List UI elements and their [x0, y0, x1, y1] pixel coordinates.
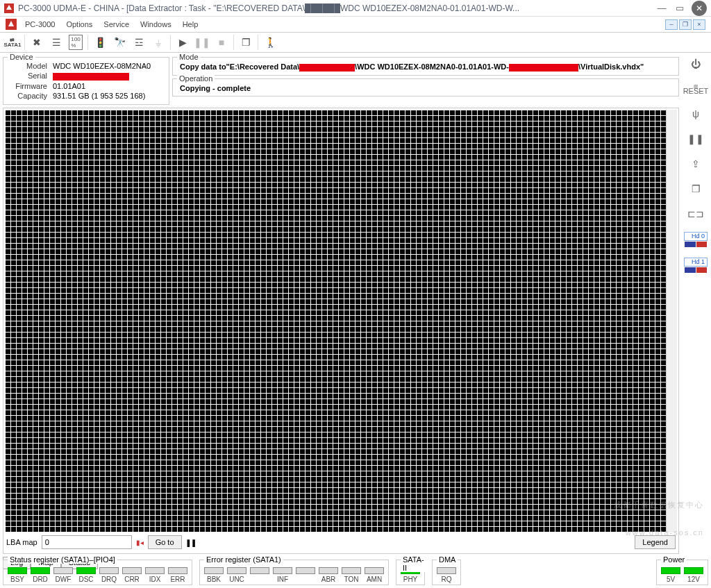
toolbar: ⇄SATA1 ✖ ☰ 100% 🚦 🔭 ☲ ⏚ ▶ ❚❚ ■ ❐ 🚶 — [0, 32, 711, 53]
jumper-icon[interactable]: ψ — [687, 106, 705, 122]
reg-inf: INF — [273, 567, 292, 583]
title-bar: PC-3000 UDMA-E - CHINA - [Data Extractor… — [0, 0, 711, 17]
menu-pc3000[interactable]: PC-3000 — [19, 18, 60, 31]
head-1-indicator[interactable]: Hd 1 — [684, 256, 708, 274]
stop-button[interactable]: ■ — [212, 33, 231, 51]
reg-ton: TON — [342, 567, 361, 583]
reg-abr: ABR — [319, 567, 338, 583]
sector-map[interactable] — [5, 110, 666, 532]
window-title: PC-3000 UDMA-E - CHINA - [Data Extractor… — [18, 3, 653, 13]
mdi-restore-button[interactable]: ❐ — [679, 19, 692, 30]
reg-err: ERR — [168, 567, 187, 583]
lba-pause-icon[interactable]: ❚❚ — [186, 537, 197, 548]
traffic-icon[interactable]: 🚦 — [90, 33, 110, 51]
error-register-group: Error register (SATA1) BBKUNCINFABRTONAM… — [199, 560, 389, 585]
binoculars-icon[interactable]: 🔭 — [110, 33, 129, 51]
capacity-label: Capacity — [9, 92, 49, 100]
mdi-close-button[interactable]: × — [693, 19, 705, 30]
reg-drd: DRD — [31, 567, 50, 583]
reg-blank — [250, 567, 269, 583]
exit-icon[interactable]: 🚶 — [260, 33, 280, 51]
reg-12v: 12V — [684, 567, 703, 583]
minimize-button[interactable]: — — [653, 1, 671, 15]
play-button[interactable]: ▶ — [173, 33, 192, 51]
pause-button[interactable]: ❚❚ — [192, 33, 212, 51]
mode-group: Mode Copy data to"E:\Recovered Data\\WDC… — [172, 57, 679, 76]
menu-options[interactable]: Options — [60, 18, 98, 31]
mode-legend: Mode — [177, 53, 201, 61]
close-button[interactable]: ✕ — [692, 1, 707, 16]
side-pause-icon[interactable]: ❚❚ — [687, 131, 705, 147]
side-toolbar: ⏻ ▥RESET ψ ❚❚ ⇪ ❐ ⊏⊐ Hd 0 Hd 1 — [680, 53, 711, 568]
map-region: LBA map ▮◂ Go to ❚❚ Legend — [3, 108, 679, 554]
device-group: Device ModelWDC WD10EZEX-08M2NA0 Serial … — [3, 57, 169, 105]
filter-icon[interactable]: ⏚ — [149, 33, 168, 51]
layers-icon[interactable]: ☲ — [129, 33, 149, 51]
app-icon — [4, 3, 14, 13]
tools-icon[interactable]: ✖ — [27, 33, 47, 51]
lba-label: LBA map — [6, 538, 37, 546]
stack-icon[interactable]: ❐ — [687, 180, 705, 197]
percent-icon[interactable]: 100% — [66, 33, 85, 51]
reset-icon[interactable]: ▥RESET — [687, 81, 705, 97]
reg-drq: DRQ — [99, 567, 119, 583]
firmware-label: Firmware — [9, 82, 49, 90]
operation-legend: Operation — [177, 74, 215, 83]
app-small-icon — [6, 19, 17, 30]
reg-dwf: DWF — [53, 567, 73, 583]
mdi-minimize-button[interactable]: – — [665, 19, 678, 30]
power-group: Power 5V12V — [656, 560, 708, 585]
sata-port-button[interactable]: ⇄SATA1 — [3, 33, 22, 51]
operation-group: Operation Copying - complete — [172, 78, 679, 96]
reg-unc: UNC — [227, 567, 246, 583]
lba-input[interactable] — [42, 535, 132, 549]
model-label: Model — [9, 62, 49, 70]
mode-text: Copy data to"E:\Recovered Data\\WDC WD10… — [177, 60, 674, 72]
reg-amn: AMN — [365, 567, 384, 583]
reg-dsc: DSC — [76, 567, 96, 583]
reg-idx: IDX — [145, 567, 165, 583]
lba-clear-icon[interactable]: ▮◂ — [136, 539, 144, 546]
reg-5v: 5V — [661, 567, 680, 583]
operation-text: Copying - complete — [177, 82, 674, 93]
reg-rq: RQ — [437, 567, 456, 583]
firmware-value: 01.01A01 — [51, 82, 153, 90]
capacity-value: 931.51 GB (1 953 525 168) — [51, 92, 153, 100]
menu-service[interactable]: Service — [98, 18, 135, 31]
reg-bbk: BBK — [204, 567, 224, 583]
model-value: WDC WD10EZEX-08M2NA0 — [51, 62, 153, 70]
copy-icon[interactable]: ❐ — [236, 33, 256, 51]
heads-icon[interactable]: ⇪ — [687, 156, 705, 172]
status-register-group: Status register (SATA1)–[PIO4] BSYDRDDWF… — [3, 560, 192, 585]
sata2-group: SATA-II PHY — [396, 560, 425, 585]
legend-button[interactable]: Legend — [635, 535, 676, 549]
menu-help[interactable]: Help — [177, 18, 204, 31]
device-legend: Device — [8, 53, 35, 61]
serial-label: Serial — [9, 72, 49, 81]
reg-blank — [296, 567, 315, 583]
reg-crr: CRR — [122, 567, 142, 583]
head-0-indicator[interactable]: Hd 0 — [684, 230, 708, 248]
goto-button[interactable]: Go to — [148, 535, 182, 549]
status-area: Status register (SATA1)–[PIO4] BSYDRDDWF… — [3, 560, 708, 585]
serial-redacted — [53, 73, 129, 81]
maximize-button[interactable]: ▭ — [671, 1, 689, 15]
reg-bsy: BSY — [8, 567, 27, 583]
power-cycle-icon[interactable]: ⏻ — [687, 56, 705, 72]
menu-bar: PC-3000 Options Service Windows Help – ❐… — [0, 17, 711, 32]
dma-group: DMA RQ — [432, 560, 461, 585]
map-scrollbar[interactable] — [666, 110, 677, 532]
list-icon[interactable]: ☰ — [47, 33, 66, 51]
connector-icon[interactable]: ⊏⊐ — [687, 205, 705, 222]
menu-windows[interactable]: Windows — [135, 18, 177, 31]
